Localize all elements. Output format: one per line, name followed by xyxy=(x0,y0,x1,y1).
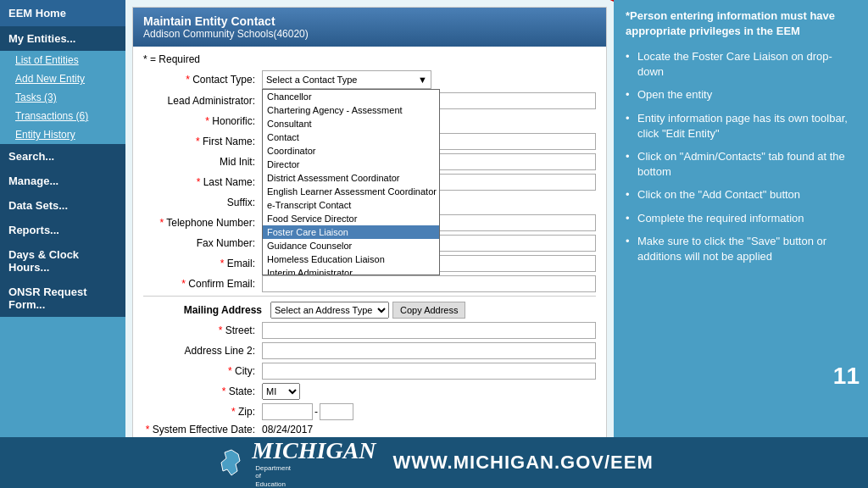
contact-type-placeholder: Select a Contact Type xyxy=(266,75,357,85)
dropdown-item[interactable]: Guidance Counselor xyxy=(263,239,439,252)
dropdown-item[interactable]: Chartering Agency - Assessment xyxy=(263,103,439,117)
first-name-label: First Name: xyxy=(143,136,262,147)
confirm-email-label: Confirm Email: xyxy=(143,278,262,290)
dropdown-item[interactable]: District Assessment Coordinator xyxy=(263,171,439,185)
bullet-item: Locate the Foster Care Liaison on drop-d… xyxy=(626,49,856,79)
zip-row: Zip: - xyxy=(143,403,596,420)
contact-type-dropdown[interactable]: Select a Contact Type ▼ ChancellorCharte… xyxy=(262,70,592,89)
bullet-item: Entity information page has its own tool… xyxy=(626,111,856,141)
sys-date-value: 08/24/2017 xyxy=(262,424,313,435)
street-label: Street: xyxy=(143,324,262,336)
bullet-list: Locate the Foster Care Liaison on drop-d… xyxy=(626,49,856,263)
bullet-item: Click on "Admin/Contacts" tab found at t… xyxy=(626,149,856,179)
copy-address-button[interactable]: Copy Address xyxy=(392,302,465,319)
zip-ext-input[interactable] xyxy=(320,403,353,420)
dropdown-item[interactable]: Chancellor xyxy=(263,90,439,103)
confirm-email-row: Confirm Email: xyxy=(143,275,596,292)
contact-type-row: Contact Type: Select a Contact Type ▼ Ch… xyxy=(143,70,596,89)
mailing-header: Mailing Address Select an Address Type C… xyxy=(143,302,596,319)
zip-label: Zip: xyxy=(143,406,262,418)
address-type-select[interactable]: Select an Address Type xyxy=(270,302,389,319)
page-number: 11 xyxy=(833,363,860,390)
dropdown-item[interactable]: Interim Administrator xyxy=(263,266,439,275)
city-row: City: xyxy=(143,363,596,380)
sidebar-item-home[interactable]: EEM Home xyxy=(0,0,125,26)
address2-input[interactable] xyxy=(262,342,596,359)
right-panel: *Person entering information must have a… xyxy=(614,0,868,437)
foster-care-arrow xyxy=(600,0,614,8)
zip-input[interactable] xyxy=(262,403,313,420)
suffix-label: Suffix: xyxy=(143,197,262,208)
dropdown-item[interactable]: e-Transcript Contact xyxy=(263,198,439,212)
sys-date-row: System Effective Date: 08/24/2017 xyxy=(143,424,596,435)
dept-of-education-text: Department of Education xyxy=(255,464,376,488)
city-label: City: xyxy=(143,365,262,377)
address2-row: Address Line 2: xyxy=(143,342,596,359)
sys-date-label: System Effective Date: xyxy=(143,424,262,435)
form-subtitle: Addison Community Schools(46020) xyxy=(143,28,596,40)
fax-label: Fax Number: xyxy=(143,237,262,249)
mailing-section-label: Mailing Address xyxy=(143,304,262,316)
sidebar-item-days-clock[interactable]: Days & Clock Hours... xyxy=(0,242,125,280)
bullet-item: Open the entity xyxy=(626,87,856,103)
lead-admin-label: Lead Administrator: xyxy=(143,95,262,107)
dropdown-arrow-icon: ▼ xyxy=(418,75,427,85)
sidebar-item-manage[interactable]: Manage... xyxy=(0,169,125,193)
dropdown-item[interactable]: Consultant xyxy=(263,117,439,130)
dropdown-item[interactable]: Homeless Education Liaison xyxy=(263,252,439,266)
dropdown-item[interactable]: Foster Care Liaison xyxy=(263,225,439,239)
sidebar-item-my-entities[interactable]: My Entities... xyxy=(0,26,125,51)
sidebar-item-search[interactable]: Search... xyxy=(0,144,125,169)
last-name-label: Last Name: xyxy=(143,176,262,188)
form-title: Maintain Entity Contact xyxy=(143,14,596,28)
dropdown-item[interactable]: Contact xyxy=(263,130,439,144)
form-body: * = Required Contact Type: Select a Cont… xyxy=(133,47,606,437)
address-type-row: Select an Address Type Copy Address xyxy=(270,302,465,319)
contact-type-label: Contact Type: xyxy=(143,74,262,86)
contact-type-list[interactable]: ChancellorChartering Agency - Assessment… xyxy=(262,89,440,275)
sidebar-item-reports[interactable]: Reports... xyxy=(0,218,125,242)
footer: MICHIGAN Department of Education WWW.MIC… xyxy=(0,437,868,488)
bullet-item: Complete the required information xyxy=(626,211,856,226)
michigan-logo-text: MICHIGAN xyxy=(252,437,376,464)
dropdown-item[interactable]: Coordinator xyxy=(263,144,439,158)
mailing-section: Mailing Address Select an Address Type C… xyxy=(143,296,596,435)
state-select[interactable]: MI xyxy=(262,383,300,400)
form-header: Maintain Entity Contact Addison Communit… xyxy=(133,8,606,47)
sidebar-item-onsr[interactable]: ONSR Request Form... xyxy=(0,280,125,317)
michigan-map-icon xyxy=(214,446,248,480)
intro-text: *Person entering information must have a… xyxy=(626,8,856,39)
zip-dash: - xyxy=(313,406,320,418)
sidebar-item-tasks[interactable]: Tasks (3) xyxy=(0,88,125,107)
sidebar: EEM Home My Entities... List of Entities… xyxy=(0,0,125,437)
contact-type-trigger[interactable]: Select a Contact Type ▼ xyxy=(262,70,431,89)
mid-init-label: Mid Init: xyxy=(143,156,262,168)
dropdown-item[interactable]: Food Service Director xyxy=(263,212,439,225)
sidebar-item-entity-history[interactable]: Entity History xyxy=(0,125,125,144)
sidebar-item-list-entities[interactable]: List of Entities xyxy=(0,51,125,69)
form-panel: Maintain Entity Contact Addison Communit… xyxy=(132,7,607,437)
sidebar-item-transactions[interactable]: Transactions (6) xyxy=(0,107,125,125)
footer-logo: MICHIGAN Department of Education xyxy=(214,437,376,488)
dropdown-item[interactable]: English Learner Assessment Coordinator xyxy=(263,185,439,198)
honorific-label: Honorific: xyxy=(143,115,262,127)
state-label: State: xyxy=(143,385,262,397)
address2-label: Address Line 2: xyxy=(143,345,262,357)
footer-url: WWW.MICHIGAN.GOV/EEM xyxy=(393,452,654,474)
bullet-item: Make sure to click the "Save" button or … xyxy=(626,234,856,263)
sidebar-item-data-sets[interactable]: Data Sets... xyxy=(0,193,125,218)
center-content: Maintain Entity Contact Addison Communit… xyxy=(125,0,614,437)
sidebar-item-add-entity[interactable]: Add New Entity xyxy=(0,69,125,88)
telephone-label: Telephone Number: xyxy=(143,217,262,229)
city-input[interactable] xyxy=(262,363,596,380)
state-row: State: MI xyxy=(143,383,596,400)
bullet-item: Click on the "Add Contact" button xyxy=(626,187,856,202)
street-input[interactable] xyxy=(262,322,596,339)
required-note: * = Required xyxy=(143,53,596,65)
street-row: Street: xyxy=(143,322,596,339)
email-label: Email: xyxy=(143,258,262,269)
confirm-email-input[interactable] xyxy=(262,275,596,292)
dropdown-item[interactable]: Director xyxy=(263,158,439,171)
